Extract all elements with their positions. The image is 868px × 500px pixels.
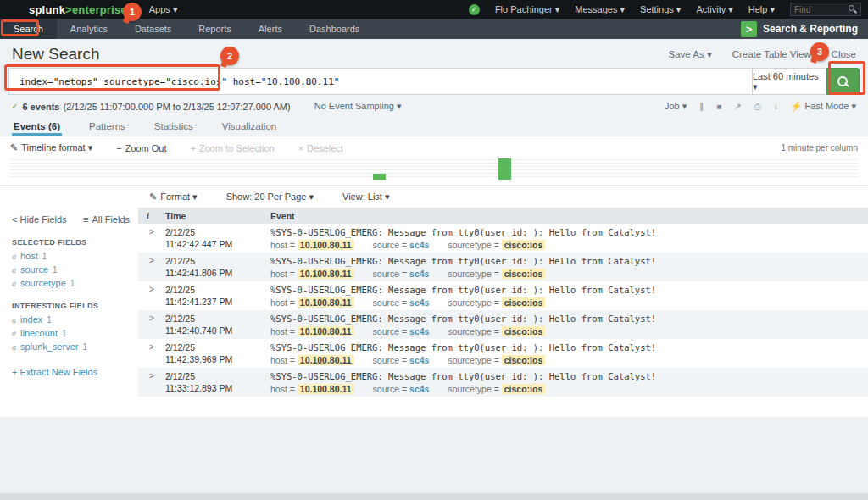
- format-label: Format ▾: [160, 192, 197, 203]
- field-link[interactable]: sourcetype: [20, 278, 66, 288]
- field-link[interactable]: linecount: [20, 328, 58, 338]
- field-item-splunk_server[interactable]: asplunk_server1: [12, 342, 130, 352]
- nav-item-datasets[interactable]: Datasets: [121, 19, 185, 39]
- event-field-sourcetype[interactable]: sourcetype = cisco:ios: [448, 355, 545, 365]
- page-head: New Search Save As ▾ Create Table View C…: [0, 39, 868, 65]
- messages-menu[interactable]: Messages ▾: [575, 4, 625, 15]
- event-message[interactable]: %SYS-0-USERLOG_EMERG: Message from tty0(…: [270, 371, 868, 381]
- field-item-index[interactable]: aindex1: [12, 314, 130, 325]
- field-link[interactable]: splunk_server: [20, 342, 78, 352]
- event-field-host[interactable]: host = 10.100.80.11: [270, 269, 354, 279]
- apps-menu[interactable]: Apps ▾: [149, 4, 178, 15]
- job-menu[interactable]: Job ▾: [665, 101, 687, 112]
- col-header-time[interactable]: Time: [165, 211, 270, 221]
- field-link[interactable]: host: [20, 251, 38, 261]
- time-range-picker[interactable]: Last 60 minutes ▾: [752, 68, 826, 95]
- event-message[interactable]: %SYS-0-USERLOG_EMERG: Message from tty0(…: [270, 314, 868, 324]
- search-query-input[interactable]: [8, 68, 752, 95]
- deselect-label: Deselect: [307, 143, 343, 153]
- extract-new-fields-link[interactable]: + Extract New Fields: [12, 367, 130, 377]
- splunk-logo[interactable]: splunk>enterprise: [29, 3, 127, 16]
- user-menu[interactable]: Flo Pachinger ▾: [495, 4, 559, 15]
- find-input[interactable]: [794, 5, 849, 14]
- close-link[interactable]: Close: [832, 49, 856, 59]
- event-row: > 2/12/25 11:42:40.740 PM %SYS-0-USERLOG…: [138, 310, 868, 339]
- event-field-host[interactable]: host = 10.100.80.11: [270, 384, 354, 394]
- event-field-sourcetype[interactable]: sourcetype = cisco:ios: [448, 326, 545, 336]
- tab-events[interactable]: Events (6): [12, 116, 62, 136]
- event-field-source[interactable]: source = sc4s: [373, 355, 430, 365]
- event-sampling-menu[interactable]: No Event Sampling ▾: [314, 101, 402, 112]
- event-message[interactable]: %SYS-0-USERLOG_EMERG: Message from tty0(…: [270, 256, 868, 266]
- field-item-host[interactable]: ahost1: [12, 251, 130, 261]
- field-item-sourcetype[interactable]: asourcetype1: [12, 278, 130, 288]
- event-field-source[interactable]: source = sc4s: [373, 297, 430, 308]
- expand-chevron-icon[interactable]: >: [138, 314, 165, 339]
- expand-chevron-icon[interactable]: >: [138, 256, 165, 281]
- expand-chevron-icon[interactable]: >: [138, 371, 165, 397]
- event-field-host[interactable]: host = 10.100.80.11: [270, 297, 354, 308]
- stop-icon[interactable]: ■: [716, 102, 721, 111]
- event-field-host[interactable]: host = 10.100.80.11: [270, 240, 354, 250]
- event-time: 2/12/25 11:42:39.969 PM: [165, 342, 270, 368]
- save-as-menu[interactable]: Save As ▾: [669, 48, 712, 60]
- expand-chevron-icon[interactable]: >: [138, 227, 165, 253]
- view-menu[interactable]: View: List ▾: [342, 192, 389, 203]
- field-link[interactable]: source: [20, 264, 48, 275]
- event-message[interactable]: %SYS-0-USERLOG_EMERG: Message from tty0(…: [270, 285, 868, 295]
- timeline-chart[interactable]: [10, 157, 858, 180]
- field-link[interactable]: index: [20, 314, 42, 325]
- event-cell: %SYS-0-USERLOG_EMERG: Message from tty0(…: [270, 371, 868, 397]
- event-message[interactable]: %SYS-0-USERLOG_EMERG: Message from tty0(…: [270, 227, 868, 237]
- event-field-sourcetype[interactable]: sourcetype = cisco:ios: [448, 384, 545, 394]
- field-item-linecount[interactable]: #linecount1: [12, 328, 130, 338]
- event-field-sourcetype[interactable]: sourcetype = cisco:ios: [448, 240, 545, 250]
- hide-fields-link[interactable]: < Hide Fields: [12, 214, 67, 225]
- print-icon[interactable]: ⎙: [754, 102, 761, 112]
- event-field-source[interactable]: source = sc4s: [373, 384, 430, 394]
- event-message[interactable]: %SYS-0-USERLOG_EMERG: Message from tty0(…: [270, 342, 868, 353]
- find-search-box[interactable]: [790, 3, 861, 16]
- format-menu[interactable]: ✎Format ▾: [149, 192, 198, 203]
- all-fields-link[interactable]: ≡All Fields: [83, 214, 130, 225]
- nav-item-analytics[interactable]: Analytics: [57, 19, 121, 39]
- pause-icon[interactable]: ∥: [699, 102, 704, 111]
- export-icon[interactable]: ↓: [774, 102, 778, 111]
- event-field-source[interactable]: source = sc4s: [373, 240, 430, 250]
- activity-menu[interactable]: Activity ▾: [696, 4, 732, 15]
- event-field-sourcetype[interactable]: sourcetype = cisco:ios: [448, 269, 545, 279]
- tab-statistics[interactable]: Statistics: [153, 116, 195, 136]
- col-header-info[interactable]: i: [138, 211, 165, 220]
- search-button[interactable]: [826, 68, 860, 95]
- event-time: 2/12/25 11:33:12.893 PM: [165, 371, 270, 397]
- event-field-host[interactable]: host = 10.100.80.11: [270, 326, 354, 336]
- zoom-out-button[interactable]: −Zoom Out: [116, 143, 166, 153]
- create-table-view-link[interactable]: Create Table View: [732, 49, 811, 59]
- nav-item-search[interactable]: Search: [0, 19, 57, 39]
- nav-item-reports[interactable]: Reports: [185, 19, 245, 39]
- search-icon[interactable]: [849, 5, 857, 14]
- field-type-icon: a: [12, 315, 16, 325]
- nav-item-dashboards[interactable]: Dashboards: [296, 19, 373, 39]
- settings-menu[interactable]: Settings ▾: [640, 4, 681, 15]
- event-fields-line: host = 10.100.80.11 source = sc4s source…: [270, 384, 868, 394]
- tab-visualization[interactable]: Visualization: [220, 116, 278, 136]
- event-field-sourcetype[interactable]: sourcetype = cisco:ios: [448, 297, 545, 308]
- field-item-source[interactable]: asource1: [12, 264, 130, 275]
- expand-chevron-icon[interactable]: >: [138, 285, 165, 310]
- share-icon[interactable]: ↗: [734, 102, 741, 111]
- expand-chevron-icon[interactable]: >: [138, 342, 165, 368]
- tab-patterns[interactable]: Patterns: [87, 116, 127, 136]
- event-field-source[interactable]: source = sc4s: [373, 326, 430, 336]
- timeline-bar[interactable]: [498, 158, 511, 180]
- timeline-format-menu[interactable]: ✎Timeline format ▾: [10, 142, 92, 153]
- search-mode-menu[interactable]: ⚡ Fast Mode ▾: [791, 101, 856, 112]
- event-field-source[interactable]: source = sc4s: [373, 269, 430, 279]
- per-page-menu[interactable]: Show: 20 Per Page ▾: [226, 192, 314, 203]
- help-menu[interactable]: Help ▾: [748, 4, 775, 15]
- nav-item-alerts[interactable]: Alerts: [245, 19, 296, 39]
- user-avatar-icon[interactable]: ✓: [469, 4, 480, 15]
- event-field-host[interactable]: host = 10.100.80.11: [270, 355, 354, 365]
- timeline-bar[interactable]: [373, 174, 386, 180]
- event-cell: %SYS-0-USERLOG_EMERG: Message from tty0(…: [270, 227, 868, 253]
